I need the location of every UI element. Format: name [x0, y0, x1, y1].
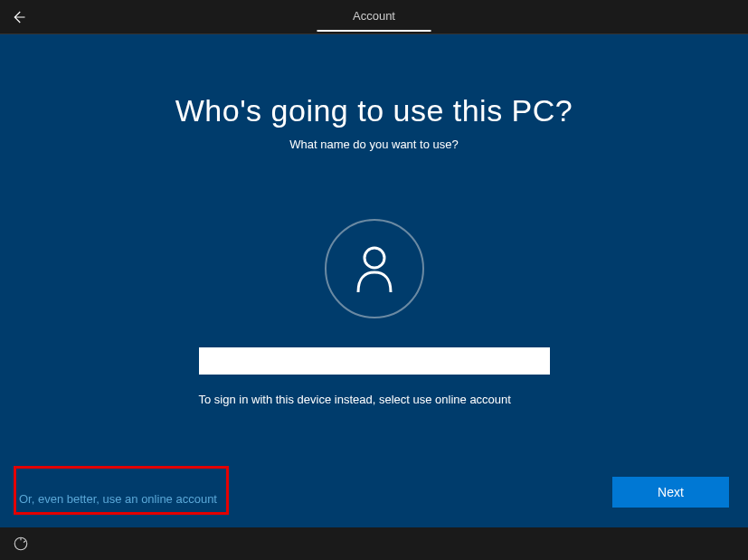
next-button[interactable]: Next [612, 477, 729, 508]
online-account-link[interactable]: Or, even better, use an online account [19, 492, 217, 506]
back-arrow-icon [10, 9, 26, 25]
footer-bar [0, 527, 748, 560]
tab-account[interactable]: Account [317, 0, 431, 32]
back-button[interactable] [0, 0, 36, 34]
signin-hint: To sign in with this device instead, sel… [199, 393, 550, 406]
tab-container: Account [317, 0, 431, 32]
ease-of-access-icon[interactable] [13, 536, 29, 552]
main-content: Who's going to use this PC? What name do… [0, 34, 748, 527]
header-bar: Account [0, 0, 748, 34]
svg-point-0 [365, 248, 384, 268]
avatar-placeholder [325, 219, 424, 318]
username-input[interactable] [199, 347, 550, 375]
highlight-annotation [14, 466, 229, 515]
page-subtitle: What name do you want to use? [289, 138, 458, 151]
person-icon [353, 245, 396, 292]
page-title: Who's going to use this PC? [175, 93, 573, 128]
